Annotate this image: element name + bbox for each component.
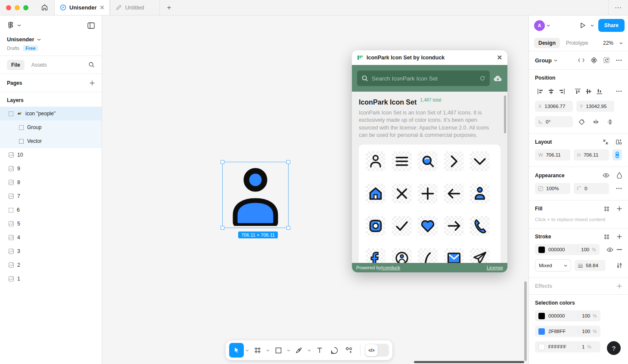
- selection-handle[interactable]: [286, 226, 290, 230]
- grid-user-filled-icon[interactable]: [470, 184, 490, 204]
- layer-item-icon-people[interactable]: icon "people": [0, 107, 102, 120]
- selection-box[interactable]: [222, 162, 289, 228]
- file-location[interactable]: Drafts: [7, 46, 19, 51]
- help-button[interactable]: ?: [607, 341, 621, 355]
- grid-arrow-left-icon[interactable]: [444, 184, 464, 204]
- tab-file[interactable]: File: [7, 60, 25, 70]
- stroke-color-field[interactable]: 000000 100%: [535, 244, 600, 255]
- tab-assets[interactable]: Assets: [31, 62, 47, 68]
- plugin-search-input[interactable]: [372, 75, 476, 82]
- chevron-down-icon[interactable]: [591, 25, 594, 27]
- color-swatch[interactable]: [538, 313, 545, 319]
- dev-mode-toggle[interactable]: </>: [365, 344, 389, 357]
- add-effect-icon[interactable]: [617, 284, 622, 289]
- selection-color-row[interactable]: 2F88FF 100%: [535, 326, 600, 337]
- new-tab-button[interactable]: +: [160, 0, 178, 15]
- pen-tool-button[interactable]: [292, 343, 306, 358]
- add-page-icon[interactable]: [90, 80, 95, 86]
- frame-tool-button[interactable]: [251, 343, 264, 358]
- instance-swap-icon[interactable]: [603, 57, 609, 63]
- color-swatch[interactable]: [538, 247, 545, 253]
- layer-item-3[interactable]: 3: [0, 244, 102, 258]
- grid-chevron-right-icon[interactable]: [444, 151, 464, 171]
- grid-user-icon[interactable]: [366, 151, 386, 171]
- tab-unisender[interactable]: Unisender ✕: [54, 0, 110, 15]
- x-position-field[interactable]: X13066.77: [535, 101, 573, 112]
- zoom-level[interactable]: 22%: [603, 40, 613, 46]
- text-tool-button[interactable]: [313, 343, 326, 358]
- selection-handle[interactable]: [221, 226, 224, 230]
- align-bottom-icon[interactable]: [594, 86, 605, 96]
- width-field[interactable]: W706.11: [535, 149, 570, 160]
- height-field[interactable]: H706.11: [574, 149, 609, 160]
- stroke-style-dropdown[interactable]: Mixed: [535, 259, 571, 271]
- minimize-window-button[interactable]: [15, 5, 20, 10]
- grid-phone-icon[interactable]: [470, 216, 490, 236]
- grid-home-icon[interactable]: [366, 184, 386, 204]
- rotation-field[interactable]: 0°: [535, 116, 573, 127]
- chevron-down-icon[interactable]: [307, 343, 312, 358]
- y-position-field[interactable]: Y13042.95: [576, 101, 614, 112]
- iconduck-link[interactable]: Iconduck: [381, 265, 400, 270]
- license-link[interactable]: License: [487, 265, 503, 270]
- canvas-vertical-scrollbar[interactable]: [524, 281, 527, 361]
- dev-code-icon[interactable]: [578, 58, 584, 62]
- more-options-icon[interactable]: [616, 59, 622, 61]
- chevron-down-icon[interactable]: [554, 59, 557, 62]
- refresh-icon[interactable]: [479, 75, 485, 81]
- grid-plus-icon[interactable]: [418, 184, 438, 204]
- cloud-download-icon[interactable]: [494, 75, 502, 82]
- selection-handle[interactable]: [286, 160, 290, 164]
- grid-close-icon[interactable]: [392, 184, 412, 204]
- figma-logo-icon[interactable]: [7, 22, 15, 29]
- grid-heart-icon[interactable]: [418, 216, 438, 236]
- add-stroke-icon[interactable]: [617, 234, 622, 239]
- chevron-down-icon[interactable]: [17, 24, 21, 27]
- avatar[interactable]: A: [534, 20, 545, 31]
- canvas-horizontal-scrollbar[interactable]: [414, 361, 524, 363]
- styles-grid-icon[interactable]: [604, 234, 609, 240]
- layer-item-4[interactable]: 4: [0, 231, 102, 244]
- chevron-down-icon[interactable]: [265, 343, 270, 358]
- tab-prototype[interactable]: Prototype: [566, 40, 588, 46]
- align-center-horizontal-icon[interactable]: [546, 86, 556, 96]
- align-top-icon[interactable]: [572, 86, 583, 96]
- chevron-down-icon[interactable]: [547, 25, 550, 27]
- color-swatch[interactable]: [538, 328, 545, 335]
- constrain-proportions-toggle[interactable]: [612, 149, 622, 160]
- layer-item-7[interactable]: 7: [0, 189, 102, 203]
- plugin-search-box[interactable]: [357, 71, 490, 86]
- comment-tool-button[interactable]: [327, 343, 341, 358]
- share-button[interactable]: Share: [598, 19, 625, 32]
- component-icon[interactable]: [591, 57, 597, 63]
- plugin-scrollbar[interactable]: [504, 96, 506, 133]
- layer-item-5[interactable]: 5: [0, 217, 102, 231]
- flip-horizontal-icon[interactable]: [591, 117, 601, 127]
- align-center-vertical-icon[interactable]: [583, 86, 594, 96]
- layer-item-vector[interactable]: Vector: [0, 134, 102, 148]
- home-button[interactable]: [34, 0, 54, 15]
- chevron-down-icon[interactable]: [37, 38, 41, 41]
- add-fill-icon[interactable]: [617, 206, 622, 211]
- stroke-settings-icon[interactable]: [617, 262, 622, 268]
- rotate-icon[interactable]: [576, 117, 587, 127]
- grid-hamburger-icon[interactable]: [392, 151, 412, 171]
- blend-droplet-icon[interactable]: [617, 172, 622, 179]
- styles-grid-icon[interactable]: [604, 206, 609, 212]
- layer-item-8[interactable]: 8: [0, 176, 102, 189]
- grid-instagram-icon[interactable]: [366, 216, 386, 236]
- opacity-field[interactable]: 100%: [535, 183, 570, 194]
- toggle-sidebar-icon[interactable]: [87, 22, 95, 29]
- tab-untitled[interactable]: Untitled: [110, 0, 160, 15]
- eye-icon[interactable]: [603, 173, 609, 178]
- remove-stroke-icon[interactable]: [617, 249, 622, 250]
- color-swatch[interactable]: [538, 344, 545, 350]
- align-left-icon[interactable]: [535, 86, 546, 96]
- close-tab-icon[interactable]: ✕: [100, 4, 105, 11]
- chevron-down-icon[interactable]: [286, 343, 291, 358]
- grid-arrow-right-icon[interactable]: [444, 216, 464, 236]
- collapse-icon[interactable]: [603, 139, 609, 145]
- layer-item-2[interactable]: 2: [0, 258, 102, 272]
- grid-check-icon[interactable]: [392, 216, 412, 236]
- layer-item-6[interactable]: 6: [0, 203, 102, 217]
